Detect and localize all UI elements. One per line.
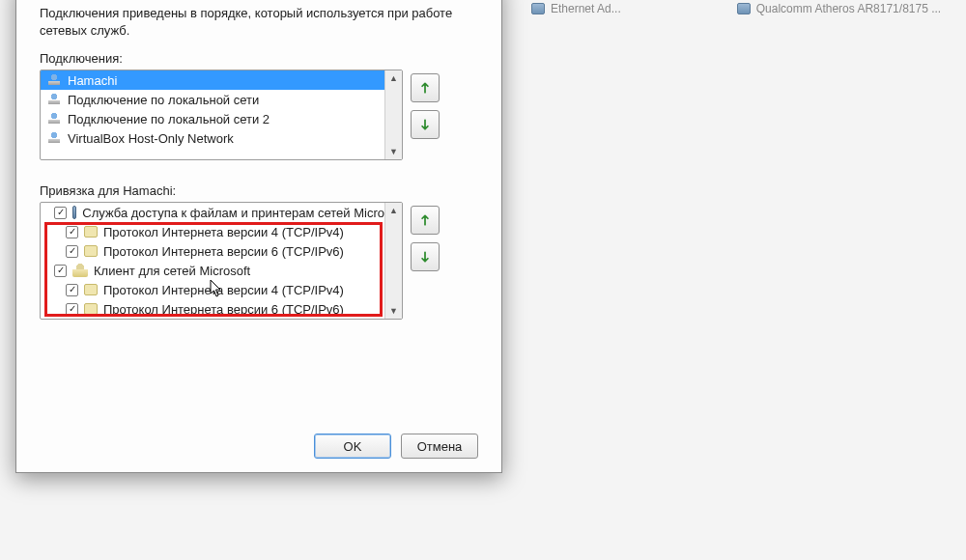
checkbox[interactable]: ✓: [66, 284, 78, 296]
arrow-up-icon: [418, 213, 432, 227]
protocol-icon: [84, 303, 98, 315]
tree-item-label: Клиент для сетей Microsoft: [94, 264, 250, 278]
background-items: Ethernet Ad... Qualcomm Atheros AR8171/8…: [502, 0, 966, 17]
arrow-down-icon: [418, 250, 432, 264]
checkbox[interactable]: ✓: [66, 245, 78, 258]
list-item-label: Подключение по локальной сети 2: [68, 112, 270, 126]
list-item[interactable]: Hamachi: [41, 70, 384, 90]
move-down-button[interactable]: [411, 110, 440, 139]
network-icon: [46, 73, 62, 87]
service-icon: [72, 206, 76, 219]
network-icon: [46, 93, 62, 106]
dialog-intro-text: Подключения приведены в порядке, который…: [40, 5, 478, 40]
scroll-up-icon[interactable]: ▲: [386, 203, 402, 218]
list-item-label: Hamachi: [68, 73, 117, 88]
bindings-reorder-buttons: [411, 206, 440, 271]
network-icon: [46, 131, 62, 145]
scroll-down-icon[interactable]: ▼: [386, 144, 402, 159]
tree-item-protocol[interactable]: ✓ Протокол Интернета версии 4 (TCP/IPv4): [41, 280, 384, 299]
bg-adapter-label: Ethernet Ad...: [551, 2, 621, 15]
bg-adapter-ethernet: Ethernet Ad...: [531, 2, 621, 15]
scroll-up-icon[interactable]: ▲: [386, 70, 402, 86]
checkbox[interactable]: ✓: [66, 226, 78, 238]
tree-item-label: Протокол Интернета версии 6 (TCP/IPv6): [103, 244, 344, 259]
tree-item-protocol[interactable]: ✓ Протокол Интернета версии 6 (TCP/IPv6): [41, 299, 384, 319]
protocol-icon: [84, 245, 98, 257]
checkbox[interactable]: ✓: [66, 303, 78, 316]
bg-adapter-qualcomm: Qualcomm Atheros AR8171/8175 ...: [737, 2, 941, 15]
scrollbar[interactable]: ▲ ▼: [384, 70, 402, 159]
ok-button[interactable]: OK: [314, 434, 391, 459]
list-item[interactable]: VirtualBox Host-Only Network: [41, 128, 384, 148]
connections-area: Hamachi Подключение по локальной сети По…: [40, 70, 478, 160]
tree-item-label: Протокол Интернета версии 6 (TCP/IPv6): [103, 302, 344, 317]
adapter-icon: [531, 3, 545, 14]
advanced-settings-dialog: Подключения приведены в порядке, который…: [15, 0, 502, 473]
client-icon: [72, 264, 88, 277]
list-item[interactable]: Подключение по локальной сети 2: [41, 109, 384, 128]
list-item-label: VirtualBox Host-Only Network: [68, 131, 234, 146]
list-item-label: Подключение по локальной сети: [68, 93, 259, 107]
scroll-down-icon[interactable]: ▼: [386, 303, 402, 319]
tree-item-label: Протокол Интернета версии 4 (TCP/IPv4): [103, 225, 344, 239]
bindings-listbox[interactable]: ✓ Служба доступа к файлам и принтерам се…: [40, 202, 403, 320]
checkbox[interactable]: ✓: [54, 207, 67, 219]
arrow-down-icon: [418, 118, 432, 131]
bindings-area: ✓ Служба доступа к файлам и принтерам се…: [40, 202, 478, 320]
network-icon: [46, 112, 62, 126]
bg-adapter-label: Qualcomm Atheros AR8171/8175 ...: [756, 2, 941, 15]
cancel-button[interactable]: Отмена: [401, 434, 478, 459]
move-down-button[interactable]: [411, 242, 440, 271]
arrow-up-icon: [418, 81, 432, 95]
checkbox[interactable]: ✓: [54, 265, 67, 277]
tree-item-protocol[interactable]: ✓ Протокол Интернета версии 4 (TCP/IPv4): [41, 222, 384, 241]
connections-listbox[interactable]: Hamachi Подключение по локальной сети По…: [40, 70, 403, 160]
bindings-label: Привязка для Hamachi:: [40, 183, 478, 198]
tree-item-label: Служба доступа к файлам и принтерам сете…: [82, 206, 384, 220]
tree-item-service[interactable]: ✓ Служба доступа к файлам и принтерам се…: [41, 203, 384, 222]
tree-item-label: Протокол Интернета версии 4 (TCP/IPv4): [103, 283, 344, 297]
connections-reorder-buttons: [411, 73, 440, 139]
move-up-button[interactable]: [411, 206, 440, 235]
adapter-icon: [737, 3, 751, 14]
scrollbar[interactable]: ▲ ▼: [384, 203, 402, 319]
tree-item-client[interactable]: ✓ Клиент для сетей Microsoft: [41, 261, 384, 280]
move-up-button[interactable]: [411, 73, 440, 102]
list-item[interactable]: Подключение по локальной сети: [41, 90, 384, 109]
dialog-button-row: OK Отмена: [314, 434, 478, 459]
connections-label: Подключения:: [40, 51, 478, 66]
protocol-icon: [84, 226, 98, 238]
tree-item-protocol[interactable]: ✓ Протокол Интернета версии 6 (TCP/IPv6): [41, 241, 384, 261]
protocol-icon: [84, 284, 98, 295]
